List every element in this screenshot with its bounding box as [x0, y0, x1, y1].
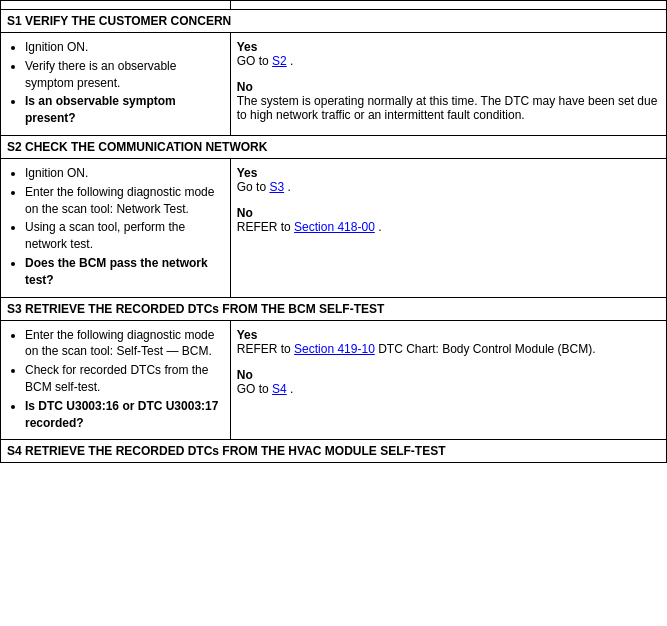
section-header-s2: S2 CHECK THE COMMUNICATION NETWORK	[1, 135, 667, 158]
no-label: No	[237, 80, 253, 94]
column-header-step	[1, 1, 231, 10]
yes-block-s2: YesGo to S3 .	[237, 163, 660, 197]
no-link[interactable]: Section 418-00	[294, 220, 375, 234]
yes-link[interactable]: Section 419-10	[294, 342, 375, 356]
section-header-s4: S4 RETRIEVE THE RECORDED DTCs FROM THE H…	[1, 440, 667, 463]
yes-text: REFER to	[237, 342, 294, 356]
step-item: Ignition ON.	[25, 39, 224, 56]
yes-label: Yes	[237, 40, 258, 54]
yes-text: Go to	[237, 180, 270, 194]
step-item: Using a scan tool, perform the network t…	[25, 219, 224, 253]
step-cell-s1: Ignition ON.Verify there is an observabl…	[1, 33, 231, 136]
yes-block-s3: YesREFER to Section 419-10 DTC Chart: Bo…	[237, 325, 660, 359]
no-block-s1: NoThe system is operating normally at th…	[237, 77, 660, 125]
step-cell-s3: Enter the following diagnostic mode on t…	[1, 320, 231, 440]
result-cell-s2: YesGo to S3 .NoREFER to Section 418-00 .	[230, 158, 666, 297]
step-item: Is DTC U3003:16 or DTC U3003:17 recorded…	[25, 398, 224, 432]
step-question: Is DTC U3003:16 or DTC U3003:17 recorded…	[25, 399, 218, 430]
step-question: Does the BCM pass the network test?	[25, 256, 208, 287]
step-item: Ignition ON.	[25, 165, 224, 182]
step-item: Enter the following diagnostic mode on t…	[25, 327, 224, 361]
yes-suffix: DTC Chart: Body Control Module (BCM).	[375, 342, 596, 356]
no-label: No	[237, 368, 253, 382]
result-cell-s1: YesGO to S2 .NoThe system is operating n…	[230, 33, 666, 136]
step-item: Check for recorded DTCs from the BCM sel…	[25, 362, 224, 396]
step-item: Is an observable symptom present?	[25, 93, 224, 127]
step-cell-s2: Ignition ON.Enter the following diagnost…	[1, 158, 231, 297]
yes-label: Yes	[237, 328, 258, 342]
step-question: Is an observable symptom present?	[25, 94, 176, 125]
no-block-s3: NoGO to S4 .	[237, 365, 660, 399]
yes-text: GO to	[237, 54, 272, 68]
section-header-s3: S3 RETRIEVE THE RECORDED DTCs FROM THE B…	[1, 297, 667, 320]
step-list-s2: Ignition ON.Enter the following diagnost…	[25, 163, 224, 293]
step-list-s1: Ignition ON.Verify there is an observabl…	[25, 37, 224, 131]
result-cell-s3: YesREFER to Section 419-10 DTC Chart: Bo…	[230, 320, 666, 440]
no-text: The system is operating normally at this…	[237, 94, 658, 122]
no-text: REFER to	[237, 220, 294, 234]
no-label: No	[237, 206, 253, 220]
column-header-result	[230, 1, 666, 10]
yes-link[interactable]: S3	[269, 180, 284, 194]
step-item: Does the BCM pass the network test?	[25, 255, 224, 289]
no-text: GO to	[237, 382, 272, 396]
no-link[interactable]: S4	[272, 382, 287, 396]
yes-block-s1: YesGO to S2 .	[237, 37, 660, 71]
section-header-s1: S1 VERIFY THE CUSTOMER CONCERN	[1, 10, 667, 33]
step-item: Enter the following diagnostic mode on t…	[25, 184, 224, 218]
yes-label: Yes	[237, 166, 258, 180]
step-list-s3: Enter the following diagnostic mode on t…	[25, 325, 224, 436]
step-item: Verify there is an observable symptom pr…	[25, 58, 224, 92]
no-block-s2: NoREFER to Section 418-00 .	[237, 203, 660, 237]
yes-link[interactable]: S2	[272, 54, 287, 68]
